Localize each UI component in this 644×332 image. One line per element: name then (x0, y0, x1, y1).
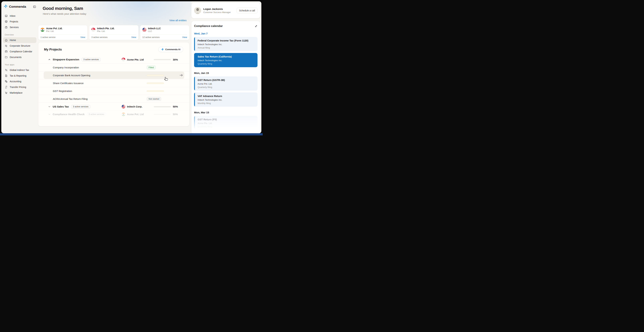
sidebar-item-services[interactable]: Services (3, 24, 36, 30)
entity-name: Acme Pvt. Ltd. (46, 27, 62, 30)
task-name: ACRA Annual Tax Return Filing (53, 97, 88, 100)
commenda-ai-button[interactable]: Commenda AI (158, 47, 183, 52)
entity-view-link[interactable]: View (80, 36, 85, 38)
event-title: Federal Corporate Income Tax (Form 1120) (198, 39, 255, 42)
services-icon (5, 26, 8, 29)
entity-type: LLC (148, 30, 161, 32)
sidebar-item-inbox[interactable]: Inbox (3, 13, 36, 19)
task-name: Corporate Bank Account Opening (53, 74, 90, 77)
united-states-flag-icon (142, 28, 146, 32)
singapore-flag-icon (91, 28, 95, 32)
projects-table: Singapore Expansion 3 active services Ac… (38, 56, 189, 118)
event-cadence: Quarterly filing (198, 86, 255, 88)
entity-services-count: 3 active services (91, 36, 108, 38)
entity-type: Pte. Ltd. (97, 30, 114, 32)
india-flag-icon (40, 28, 44, 32)
project-group-singapore-expansion[interactable]: Singapore Expansion 3 active services Ac… (38, 56, 189, 63)
active-services-badge: 3 active services (71, 105, 90, 108)
sidebar: Commenda Inbox Projects Services Overvi (1, 1, 38, 133)
sidebar-section-overview: Overview (5, 33, 36, 36)
task-name: Company Incorporation (53, 66, 79, 69)
status-badge: In progress (147, 90, 164, 92)
main-content: Good morning, Sam Here's what needs your… (38, 1, 190, 133)
sidebar-item-label: Global Indirect Tax (10, 69, 29, 71)
calendar-date: Mon, Jan 15 (194, 71, 258, 74)
task-row-gst-registration[interactable]: GST Registration In progress (38, 87, 189, 95)
progress-percent: 50% (173, 105, 178, 108)
calendar-event-sales-tax-return-california[interactable]: Sales Tax Return (California) Initech Te… (194, 53, 258, 67)
entity-view-link[interactable]: View (131, 36, 136, 38)
sidebar-item-global-indirect-tax[interactable]: Global Indirect Tax (3, 67, 36, 73)
page-subtitle: Here's what needs your attention today (43, 12, 86, 15)
sidebar-item-accounting[interactable]: Accounting (3, 79, 36, 84)
entity-services-count: 1 active service (40, 36, 56, 38)
arrow-right-icon (180, 74, 183, 76)
desktop-bottom-strip (0, 133, 263, 135)
calendar-event-gst-return-gstr-3b[interactable]: GST Return (GSTR-3B) Acme Pvt. Ltd. Quar… (194, 76, 258, 91)
commenda-logo-icon (4, 4, 8, 9)
calendar-event-gst-return-f5[interactable]: GST Return (F5) Acme Pte. Ltd. Quarterly… (194, 116, 258, 130)
pointer-cursor (164, 77, 168, 82)
task-name: GST Registration (53, 90, 72, 92)
sidebar-item-label: Accounting (10, 80, 21, 83)
sidebar-item-home[interactable]: Home (3, 37, 36, 43)
csm-name: Logan Jackonis (203, 7, 231, 10)
compliance-calendar-card: Compliance calendar Wed, Jan 7 Federal C… (191, 21, 260, 133)
entity-type: Pvt. Ltd. (46, 30, 62, 32)
progress-bar (154, 106, 171, 107)
sidebar-item-label: Inbox (10, 14, 16, 17)
sidebar-item-corporate-structure[interactable]: Corporate Structure (3, 43, 36, 49)
my-projects-card: My Projects Commenda AI Singapore Expans… (38, 42, 190, 126)
united-states-flag-icon (122, 105, 125, 108)
expand-icon[interactable] (254, 24, 258, 27)
sidebar-collapse-icon[interactable] (33, 5, 36, 8)
sidebar-item-projects[interactable]: Projects (3, 19, 36, 24)
brand-name: Commenda (9, 5, 26, 8)
sidebar-item-marketplace[interactable]: Marketplace (3, 90, 36, 96)
sidebar-item-documents[interactable]: Documents (3, 54, 36, 60)
project-entity-name: Initech Corp. (127, 105, 142, 108)
india-flag-icon (122, 112, 125, 116)
compliance-calendar-title: Compliance calendar (194, 24, 223, 28)
marketplace-icon (5, 91, 8, 94)
event-accent-bar (194, 76, 195, 91)
entity-card-initech-pte: Initech Pte. Ltd. Pte. Ltd. 3 active ser… (89, 25, 138, 40)
calendar-event-vat-advance-return[interactable]: VAT Advance Return Initech Technologies … (194, 92, 258, 107)
project-group-name: Compliance Health Check (53, 113, 84, 116)
project-group-compliance-health-check[interactable]: Compliance Health Check 3 active service… (38, 110, 189, 118)
entity-name: Initech Pte. Ltd. (97, 27, 114, 30)
task-row-company-incorporation[interactable]: Company Incorporation Filled (38, 63, 189, 71)
event-accent-bar (194, 53, 195, 67)
active-services-badge: 3 active services (82, 58, 100, 61)
event-entity: Initech Technologies Inc. (198, 43, 255, 46)
sidebar-item-compliance-calendar[interactable]: Compliance Calendar (3, 49, 36, 54)
event-cadence: Quarterly filing (198, 62, 255, 65)
schedule-call-button[interactable]: Schedule a call (236, 8, 258, 13)
progress-percent: 50% (173, 113, 178, 116)
sidebar-item-tax-reporting[interactable]: Tax & Reporting (3, 73, 36, 79)
avatar (194, 7, 201, 14)
event-cadence: Quarterly filing (198, 125, 255, 128)
chevron-up-icon (48, 58, 51, 61)
calendar-event-federal-corporate-income-tax[interactable]: Federal Corporate Income Tax (Form 1120)… (194, 37, 258, 51)
event-entity: Acme Pte. Ltd. (198, 122, 255, 125)
sidebar-item-label: Transfer Pricing (10, 86, 26, 88)
sidebar-item-transfer-pricing[interactable]: Transfer Pricing (3, 84, 36, 90)
view-all-entities-link[interactable]: View all entities (169, 19, 186, 22)
event-cadence: Monthly filing (198, 102, 255, 104)
event-entity: Initech Technologies Inc. (198, 99, 255, 101)
sidebar-item-label: Documents (10, 56, 22, 58)
sidebar-section-your-apps: Your apps (5, 63, 36, 66)
my-projects-title: My Projects (44, 48, 62, 51)
status-badge: Not started (147, 97, 161, 101)
projects-icon (5, 20, 8, 23)
entity-cards-row: Acme Pvt. Ltd. Pvt. Ltd. 1 active servic… (38, 25, 190, 40)
calendar-date: Mon, Mar 15 (194, 111, 258, 114)
project-group-us-sales-tax[interactable]: US Sales Tax 3 active services Initech C… (38, 103, 189, 110)
task-row-acra-annual-tax-return-filing[interactable]: ACRA Annual Tax Return Filing Not starte… (38, 95, 189, 103)
progress-bar (154, 59, 171, 60)
project-group-name: Singapore Expansion (53, 58, 79, 61)
event-title: VAT Advance Return (198, 95, 255, 97)
task-name: Share Certificates Issuance (53, 82, 84, 85)
entity-view-link[interactable]: View (182, 36, 187, 38)
